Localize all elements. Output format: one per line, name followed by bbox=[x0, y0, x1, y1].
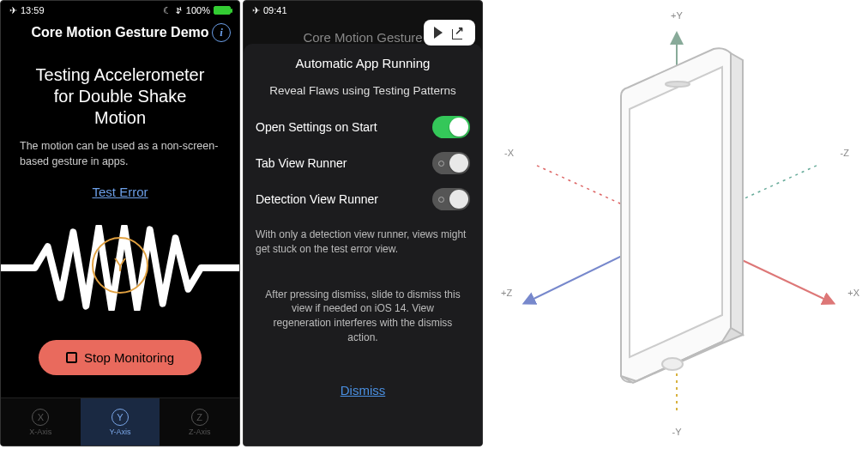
svg-point-7 bbox=[666, 82, 690, 87]
battery-text: 100% bbox=[186, 5, 210, 15]
phone-axes-svg bbox=[492, 10, 861, 440]
airplane-icon: ✈ bbox=[9, 5, 17, 16]
x-axis-icon: X bbox=[32, 409, 49, 426]
tab-x-axis[interactable]: X X-Axis bbox=[1, 398, 81, 446]
svg-point-6 bbox=[662, 358, 683, 370]
main-heading: Testing Accelerometer for Double Shake M… bbox=[1, 49, 239, 139]
play-icon[interactable] bbox=[434, 27, 443, 39]
info-icon[interactable]: i bbox=[212, 23, 231, 42]
tab-bar: X X-Axis Y Y-Axis Z Z-Axis bbox=[1, 397, 239, 446]
setting-label: Tab View Runner bbox=[256, 156, 347, 170]
test-error-link[interactable]: Test Error bbox=[1, 185, 239, 199]
tab-label: Z-Axis bbox=[189, 428, 211, 436]
axes-diagram: +Y -Y -X +X -Z +Z bbox=[485, 0, 868, 449]
nav-header: Core Motion Gesture Demo i bbox=[1, 20, 239, 49]
page-title: Core Motion Gesture Demo bbox=[31, 25, 208, 40]
status-bar: ✈ 09:41 bbox=[244, 1, 482, 20]
setting-label: Open Settings on Start bbox=[256, 120, 377, 134]
y-axis-icon: Y bbox=[112, 409, 129, 426]
subtitle-text: The motion can be used as a non-screen-b… bbox=[1, 139, 239, 169]
setting-label: Detection View Runner bbox=[256, 192, 378, 206]
bolt-icon: ↯ bbox=[175, 5, 183, 16]
setting-tab-view-runner: Tab View Runner bbox=[244, 145, 482, 181]
setting-open-on-start: Open Settings on Start bbox=[244, 109, 482, 145]
screenshot-settings: ✈ 09:41 Core Motion Gesture Automatic Ap… bbox=[243, 0, 483, 446]
heading-line-1: Testing Accelerometer bbox=[27, 64, 214, 86]
label-neg-z: -Z bbox=[841, 148, 849, 158]
sheet-subtitle: Reveal Flaws using Testing Patterns bbox=[244, 84, 482, 109]
label-pos-z: +Z bbox=[501, 288, 512, 298]
sheet-title: Automatic App Running bbox=[244, 56, 482, 84]
settings-sheet: Automatic App Running Reveal Flaws using… bbox=[244, 44, 482, 446]
heading-line-2: for Double Shake Motion bbox=[27, 86, 214, 129]
video-overlay-controls bbox=[424, 20, 475, 46]
settings-note-1: With only a detection view runner, views… bbox=[244, 217, 482, 267]
tab-label: Y-Axis bbox=[109, 428, 130, 436]
dismiss-button[interactable]: Dismiss bbox=[244, 383, 482, 397]
label-pos-y: +Y bbox=[671, 10, 683, 21]
tab-z-axis[interactable]: Z Z-Axis bbox=[160, 398, 239, 446]
toggle-open-on-start[interactable] bbox=[432, 116, 470, 138]
settings-note-2: After pressing dismiss, slide to dismiss… bbox=[244, 267, 482, 366]
label-neg-x: -X bbox=[504, 148, 514, 158]
stop-icon bbox=[66, 352, 77, 363]
status-time: 13:59 bbox=[21, 5, 45, 15]
status-bar: ✈ 13:59 ☾ ↯ 100% bbox=[1, 1, 239, 20]
moon-icon: ☾ bbox=[163, 5, 172, 16]
tab-label: X-Axis bbox=[29, 428, 51, 436]
battery-icon bbox=[214, 6, 231, 15]
axis-badge: Y bbox=[92, 237, 148, 294]
label-neg-y: -Y bbox=[672, 427, 682, 437]
axis-letter: Y bbox=[114, 254, 127, 276]
screenshot-main: ✈ 13:59 ☾ ↯ 100% Core Motion Gesture Dem… bbox=[0, 0, 240, 446]
tab-y-axis[interactable]: Y Y-Axis bbox=[81, 398, 160, 446]
open-external-icon[interactable] bbox=[453, 27, 465, 39]
toggle-tab-view-runner[interactable] bbox=[432, 152, 470, 174]
wave-graphic: Y bbox=[1, 208, 239, 328]
z-axis-icon: Z bbox=[191, 409, 208, 426]
setting-detection-view-runner: Detection View Runner bbox=[244, 181, 482, 217]
airplane-icon: ✈ bbox=[252, 5, 260, 16]
status-time: 09:41 bbox=[263, 5, 287, 15]
toggle-detection-view-runner[interactable] bbox=[432, 188, 470, 210]
stop-monitoring-button[interactable]: Stop Monitoring bbox=[39, 340, 202, 375]
label-pos-x: +X bbox=[847, 288, 859, 298]
stop-button-label: Stop Monitoring bbox=[84, 350, 174, 365]
